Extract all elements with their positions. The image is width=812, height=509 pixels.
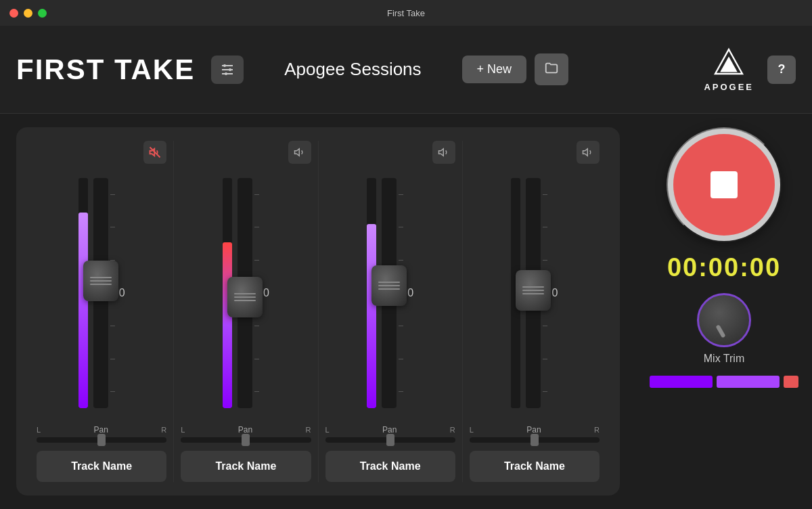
pan-thumb-2[interactable]: [242, 434, 250, 446]
fader-section-3: 0: [325, 169, 455, 417]
fader-handle-4[interactable]: [516, 270, 551, 311]
fader-line-3: [90, 284, 112, 285]
fader-line-3: [522, 293, 544, 294]
right-panel: 00:00:00 Mix Trim: [636, 114, 812, 509]
mute-icon-1: [149, 146, 161, 158]
pan-center-label: Pan: [382, 425, 397, 435]
track-name-button-3[interactable]: Track Name: [325, 451, 455, 482]
header-actions: + New: [462, 53, 569, 85]
pan-right-label: R: [594, 426, 600, 434]
pan-thumb-4[interactable]: [531, 434, 539, 446]
pan-section-2: L Pan R: [181, 425, 311, 443]
fader-line-1: [522, 286, 544, 288]
mute-button-2[interactable]: [288, 141, 311, 164]
speaker-icon-3: [438, 146, 450, 158]
fader-line-1: [234, 293, 256, 294]
folder-icon: [544, 60, 559, 75]
fader-track-wrapper-4: [526, 178, 541, 408]
pan-section-1: L Pan R: [37, 425, 166, 443]
mixer-icon: [219, 62, 235, 78]
main-content: 0 L Pan R Track Name: [0, 114, 812, 509]
fader-line-2: [378, 285, 400, 286]
pan-center-label: Pan: [526, 425, 541, 435]
apogee-logo: APOGEE: [704, 47, 754, 92]
pan-labels-2: L Pan R: [181, 425, 311, 435]
fader-handle-2[interactable]: [227, 277, 263, 317]
pan-thumb-1[interactable]: [97, 434, 106, 446]
pan-thumb-3[interactable]: [386, 434, 394, 446]
fader-value-1: 0: [119, 287, 125, 299]
fader-track-wrapper-3: [382, 178, 397, 408]
record-button-inner: [673, 134, 775, 236]
mixer-settings-button[interactable]: [211, 56, 244, 84]
pan-slider-1[interactable]: [37, 437, 166, 443]
level-fill-2: [223, 242, 232, 408]
clip-meter: [784, 376, 798, 388]
apogee-logo-icon: [713, 47, 745, 79]
fader-line-3: [234, 300, 256, 301]
svg-point-4: [229, 68, 231, 71]
pan-slider-3[interactable]: [325, 437, 455, 443]
fader-line-1: [90, 277, 112, 278]
close-button[interactable]: [9, 9, 18, 18]
apogee-logo-text: APOGEE: [704, 82, 754, 92]
pan-section-3: L Pan R: [325, 425, 455, 443]
fader-section-4: 0: [470, 169, 600, 417]
window-controls: [9, 9, 47, 18]
minimize-button[interactable]: [24, 9, 32, 18]
pan-section-4: L Pan R: [470, 425, 600, 443]
window-title: First Take: [387, 8, 425, 18]
pan-slider-2[interactable]: [181, 437, 311, 443]
mix-trim-knob[interactable]: [697, 293, 751, 347]
fader-value-4: 0: [551, 287, 558, 299]
pan-labels-3: L Pan R: [325, 425, 455, 435]
speaker-icon-4: [582, 146, 594, 158]
pan-right-label: R: [161, 426, 166, 434]
pan-right-label: R: [450, 426, 455, 434]
stop-icon: [710, 171, 738, 198]
channel-strip-2: 0 L Pan R Track Name: [174, 141, 318, 482]
record-button[interactable]: [667, 127, 782, 242]
channel-strip-4: 0 L Pan R Track Name: [463, 141, 606, 482]
help-button[interactable]: ?: [767, 56, 796, 84]
pan-left-label: L: [470, 426, 474, 434]
pan-labels-1: L Pan R: [37, 425, 166, 435]
fader-line-1: [378, 282, 400, 283]
fader-section-1: 0: [37, 169, 166, 417]
pan-right-label: R: [306, 426, 311, 434]
level-fill-1: [78, 213, 88, 408]
bottom-meters: [650, 376, 798, 388]
fader-line-2: [234, 296, 256, 298]
track-name-button-1[interactable]: Track Name: [37, 451, 166, 482]
titlebar: First Take: [0, 0, 812, 26]
mixer-container: 0 L Pan R Track Name: [16, 127, 620, 495]
speaker-icon-2: [294, 146, 306, 158]
mute-button-1[interactable]: [143, 141, 166, 164]
right-meter-bar: [717, 376, 780, 388]
fader-section-2: 0: [181, 169, 311, 417]
new-session-button[interactable]: + New: [462, 56, 527, 83]
channel-top-3: [325, 141, 455, 164]
timer-display: 00:00:00: [667, 253, 781, 282]
channel-strip-3: 0 L Pan R Track Name: [319, 141, 463, 482]
pan-center-label: Pan: [238, 425, 252, 435]
pan-labels-4: L Pan R: [470, 425, 600, 435]
fader-handle-1[interactable]: [83, 261, 118, 301]
pan-slider-4[interactable]: [470, 437, 600, 443]
fader-handle-3[interactable]: [371, 265, 407, 306]
fader-value-2: 0: [263, 287, 269, 299]
svg-point-3: [223, 64, 226, 67]
mute-button-3[interactable]: [432, 141, 455, 164]
mute-button-4[interactable]: [577, 141, 600, 164]
pan-left-label: L: [37, 426, 41, 434]
open-folder-button[interactable]: [535, 53, 568, 85]
mix-trim-container: Mix Trim: [697, 293, 751, 365]
track-name-button-2[interactable]: Track Name: [181, 451, 311, 482]
channel-top-1: [37, 141, 166, 164]
track-name-button-4[interactable]: Track Name: [470, 451, 600, 482]
maximize-button[interactable]: [38, 9, 47, 18]
app-title: FIRST TAKE: [16, 53, 195, 86]
pan-left-label: L: [325, 426, 330, 434]
mixer-area: 0 L Pan R Track Name: [0, 114, 636, 509]
channel-top-2: [181, 141, 311, 164]
